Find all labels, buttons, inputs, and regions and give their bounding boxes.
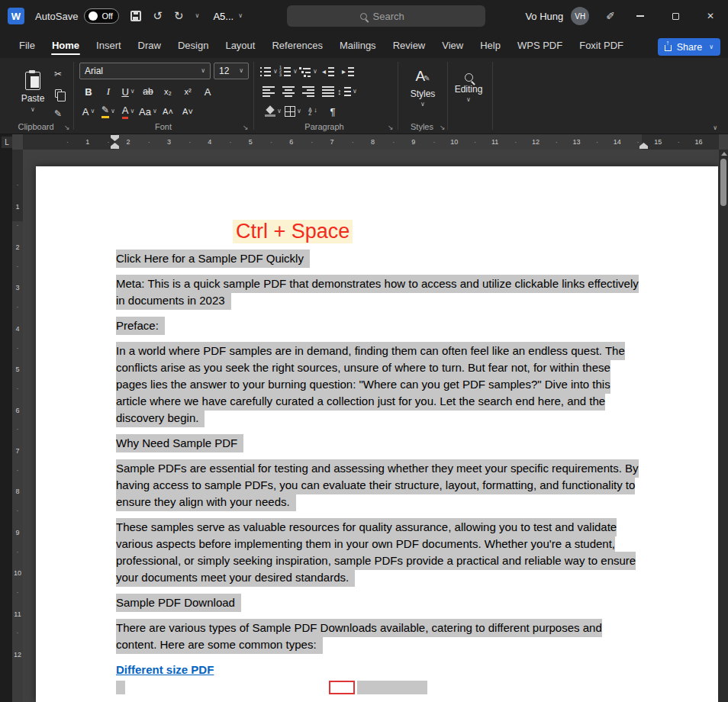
line-spacing-button[interactable]: [339, 82, 357, 101]
shrink-font-button[interactable]: A˅: [179, 102, 197, 121]
text-effects-button[interactable]: A: [79, 102, 98, 121]
titlebar-right: Vo Hung VH ✐ ✕: [525, 0, 728, 32]
paragraph[interactable]: Why Need Sample PDF: [116, 435, 642, 452]
menu-tab[interactable]: Insert: [88, 33, 130, 58]
undo-button[interactable]: ↺: [153, 9, 163, 23]
menu-tab[interactable]: View: [433, 33, 472, 58]
collapse-ribbon-chevron[interactable]: [713, 125, 717, 131]
align-left-button[interactable]: [259, 82, 278, 101]
paste-button[interactable]: Paste: [15, 64, 50, 121]
highlight-color-button[interactable]: ✎: [99, 102, 118, 121]
clear-formatting-button[interactable]: A: [198, 82, 217, 101]
close-button[interactable]: ✕: [693, 0, 728, 32]
paragraph[interactable]: These samples serve as valuable resource…: [116, 519, 642, 586]
font-dialog-launcher[interactable]: ↘: [243, 124, 249, 131]
share-button[interactable]: Share: [658, 38, 720, 56]
format-painter-button[interactable]: ✎: [49, 105, 67, 121]
bullet-list-icon: [259, 66, 272, 77]
menu-tab[interactable]: Layout: [217, 33, 263, 58]
scroll-up-arrow-icon[interactable]: [721, 152, 727, 156]
ruler-mark: 4: [189, 134, 230, 150]
numbering-button[interactable]: [279, 63, 298, 81]
document-heading[interactable]: Ctrl + Space: [233, 220, 353, 243]
align-right-button[interactable]: [299, 82, 317, 101]
align-center-button[interactable]: [279, 82, 298, 101]
superscript-button[interactable]: x²: [179, 82, 197, 101]
paragraph[interactable]: There are various types of Sample PDF Do…: [116, 620, 642, 653]
chevron-down-icon: [353, 89, 357, 95]
paragraph[interactable]: Sample PDF Download: [116, 594, 642, 611]
show-paragraph-marks-button[interactable]: ¶: [324, 102, 342, 121]
avatar[interactable]: VH: [571, 7, 589, 25]
menu-tab[interactable]: Draw: [130, 33, 169, 58]
borders-button[interactable]: [284, 102, 302, 121]
selection-fragment: [357, 681, 427, 694]
redo-button[interactable]: ↻: [174, 9, 184, 23]
bold-button[interactable]: B: [79, 82, 98, 101]
paragraph[interactable]: Sample PDFs are essential for testing an…: [116, 460, 642, 510]
styles-dialog-launcher[interactable]: ↘: [440, 124, 446, 131]
font-name-combo[interactable]: Arial: [79, 63, 211, 79]
font-size-combo[interactable]: 12: [214, 63, 249, 79]
vertical-scrollbar[interactable]: [719, 150, 728, 702]
bullets-button[interactable]: [259, 63, 278, 81]
word-logo[interactable]: W: [8, 8, 24, 24]
scrollbar-thumb[interactable]: [720, 159, 726, 206]
brush-icon[interactable]: ✐: [606, 10, 615, 22]
menu-tab[interactable]: Foxit PDF: [571, 33, 632, 58]
document-page[interactable]: Ctrl + Space Click Here for a Sample PDF…: [36, 166, 718, 702]
clipboard-dialog-launcher[interactable]: ↘: [64, 124, 70, 131]
paragraph-dialog-launcher[interactable]: ↘: [388, 124, 394, 131]
styles-button[interactable]: A Styles: [402, 63, 443, 113]
underline-button[interactable]: U: [119, 82, 137, 101]
paragraph[interactable]: Preface:: [116, 317, 642, 334]
menu-tab[interactable]: File: [11, 33, 43, 58]
ruler-mark: 7: [12, 430, 23, 471]
copy-button[interactable]: [49, 85, 67, 101]
font-color-button[interactable]: A: [119, 102, 137, 121]
menu-tab[interactable]: References: [263, 33, 330, 58]
horizontal-ruler[interactable]: 12345678910111213141516: [23, 134, 719, 150]
user-name[interactable]: Vo Hung: [525, 11, 563, 22]
grow-font-button[interactable]: A˄: [159, 102, 177, 121]
decrease-indent-button[interactable]: [319, 63, 337, 81]
shading-button[interactable]: [264, 102, 282, 121]
document-title: A5...: [213, 11, 234, 22]
cut-button[interactable]: ✂: [49, 66, 67, 82]
increase-indent-button[interactable]: [339, 63, 357, 81]
italic-button[interactable]: I: [99, 82, 118, 101]
change-case-button[interactable]: Aa: [139, 102, 157, 121]
vertical-ruler[interactable]: 123456789101112: [12, 150, 23, 702]
tab-stop-selector[interactable]: L: [2, 137, 12, 148]
ruler-mark: 9: [12, 512, 23, 552]
save-icon: [130, 11, 141, 21]
menu-tab[interactable]: WPS PDF: [509, 33, 571, 58]
multilevel-list-button[interactable]: [299, 63, 317, 81]
search-box[interactable]: [287, 5, 485, 27]
ruler-mark: 11: [475, 134, 515, 150]
quick-access-more-button[interactable]: [195, 13, 200, 19]
justify-button[interactable]: [319, 82, 337, 101]
paragraph[interactable]: Different size PDF: [116, 662, 642, 678]
decrease-indent-icon: [322, 66, 334, 77]
search-input[interactable]: [373, 11, 413, 22]
menu-tab[interactable]: Review: [385, 33, 434, 58]
paragraph[interactable]: In a world where PDF samples are in dema…: [116, 343, 642, 427]
strikethrough-button[interactable]: ab: [139, 82, 157, 101]
editing-button[interactable]: Editing: [449, 63, 488, 113]
paragraph[interactable]: Meta: This is a quick sample PDF that de…: [116, 275, 642, 309]
save-button[interactable]: [130, 11, 141, 21]
selected-object-outline[interactable]: [329, 681, 355, 694]
paragraph[interactable]: Click Here for a Sample PDF Quickly: [116, 250, 642, 267]
menu-tab[interactable]: Help: [472, 33, 509, 58]
menu-tab[interactable]: Design: [169, 33, 217, 58]
subscript-button[interactable]: x₂: [159, 82, 177, 101]
maximize-button[interactable]: [658, 0, 693, 32]
document-title-chip[interactable]: A5...: [213, 11, 243, 22]
sort-button[interactable]: A Z: [304, 102, 322, 121]
minimize-button[interactable]: [623, 0, 658, 32]
menu-tab[interactable]: Mailings: [331, 33, 385, 58]
clipped-bottom-row: [116, 681, 642, 696]
menu-tab[interactable]: Home: [43, 33, 88, 58]
autosave-toggle[interactable]: Off: [84, 8, 119, 24]
